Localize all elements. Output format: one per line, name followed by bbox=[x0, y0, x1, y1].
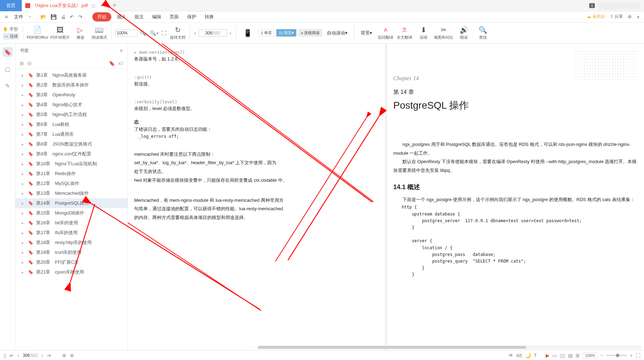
menu-icon[interactable]: ≡ bbox=[4, 13, 8, 20]
prev-page-icon[interactable]: ‹ bbox=[193, 30, 197, 37]
document-tab[interactable]: 《Nginx Lua开发实战》.pdf ▢ ✕ bbox=[22, 0, 109, 11]
detach-icon[interactable]: ▢ bbox=[90, 3, 97, 8]
bookmark-item-15[interactable]: ▸🔖第15章 MongoDB操作 bbox=[15, 208, 127, 218]
zoom-out-status-icon[interactable]: − bbox=[600, 353, 603, 358]
background-menu[interactable]: 背景▾ bbox=[358, 28, 375, 38]
zoom-in-status-icon[interactable]: + bbox=[630, 353, 633, 358]
thumbnail-rail-icon[interactable]: ▢ bbox=[3, 64, 13, 74]
select-tool[interactable]: ▭ 选择 bbox=[3, 33, 19, 40]
eye-icon[interactable]: 👁 bbox=[508, 353, 513, 358]
user-area[interactable] bbox=[598, 2, 640, 9]
bookmark-item-16[interactable]: ▸🔖第16章 bit库的使用 bbox=[15, 218, 127, 228]
bookmark-item-17[interactable]: ▸🔖第17章 lfs库的使用 bbox=[15, 228, 127, 238]
print-icon[interactable]: 🖨 bbox=[60, 13, 66, 20]
add-bookmark-icon[interactable]: 🔖 bbox=[109, 60, 115, 66]
first-page-icon[interactable]: ⇤ bbox=[10, 353, 14, 358]
page-counter[interactable]: 306/582 bbox=[23, 353, 38, 358]
ab-icon[interactable]: Ab bbox=[516, 353, 522, 358]
undo-icon[interactable]: ↶ bbox=[69, 13, 75, 20]
menu-annotate[interactable]: 批注 bbox=[132, 12, 146, 21]
crop-compare[interactable]: ✂截图和对比 bbox=[434, 26, 453, 40]
zoom-slider[interactable] bbox=[606, 355, 627, 356]
close-tab-icon[interactable]: ✕ bbox=[99, 3, 105, 8]
share-button[interactable]: ⇧ 分享 bbox=[610, 14, 623, 20]
bookmark-item-1[interactable]: ▸🔖第1章 Nginx高效服务器 bbox=[15, 70, 127, 80]
view3-icon[interactable]: ▤ bbox=[568, 353, 573, 358]
bookmark-item-12[interactable]: ▸🔖第12章 MySQL操作 bbox=[15, 179, 127, 188]
find-button[interactable]: 🔍查找 bbox=[474, 26, 491, 40]
expand-all-icon[interactable]: ⊞ bbox=[20, 60, 24, 66]
new-tab-button[interactable]: + bbox=[109, 0, 120, 11]
moon-icon[interactable]: 🌙 bbox=[525, 353, 531, 358]
open-icon[interactable]: 📂 bbox=[40, 13, 47, 20]
bookmark-item-7[interactable]: ▸🔖第7章 Lua通用库 bbox=[15, 129, 127, 139]
zoom-select[interactable]: 100% bbox=[115, 30, 138, 37]
auto-adjust[interactable]: 📱 bbox=[239, 29, 256, 37]
word-translate[interactable]: A划词翻译 bbox=[377, 26, 394, 40]
view2-icon[interactable]: ▯▯ bbox=[560, 353, 565, 358]
save-icon[interactable]: 💾 bbox=[50, 13, 57, 20]
bookmark-item-4[interactable]: ▸🔖第4章 Nginx核心技术 bbox=[15, 100, 127, 110]
full-translate[interactable]: 文全文翻译 bbox=[396, 26, 413, 40]
text-icon[interactable]: T bbox=[534, 353, 537, 358]
bookmark-rail-icon[interactable]: 🔖 bbox=[3, 47, 13, 57]
menu-edit[interactable]: 编辑 bbox=[149, 12, 164, 21]
bookmark-outline-icon[interactable]: 🏷 bbox=[118, 60, 123, 66]
zoom-in-icon[interactable]: 🔍+ bbox=[149, 30, 159, 37]
pdf-to-office[interactable]: 📄PDF转Office bbox=[27, 26, 48, 40]
fit-icon[interactable]: ⛶ bbox=[161, 30, 167, 37]
collapse-ribbon-icon[interactable]: ∧ bbox=[637, 14, 640, 19]
auto-scroll[interactable]: 自动滚动▾ bbox=[324, 28, 350, 38]
file-menu[interactable]: 文件 bbox=[11, 12, 26, 21]
prev-page-status-icon[interactable]: ‹ bbox=[18, 353, 19, 358]
bookmark-item-20[interactable]: ▸🔖第20章 FFI扩展C库 bbox=[15, 257, 127, 267]
zoom-percent[interactable]: 100% bbox=[583, 353, 597, 358]
bookmark-item-18[interactable]: ▸🔖第18章 resty.http库的使用 bbox=[15, 238, 127, 248]
hand-tool[interactable]: ✋ 手型 bbox=[3, 26, 19, 32]
play-button[interactable]: ▷播放 bbox=[72, 26, 89, 40]
last-page-icon[interactable]: ⇥ bbox=[47, 353, 51, 358]
view4-icon[interactable]: ⊞ bbox=[576, 353, 580, 358]
menu-protect[interactable]: 保护 bbox=[184, 12, 199, 21]
bookmark-item-9[interactable]: ▸🔖第9章 nginx.conf文件配置 bbox=[15, 149, 127, 159]
outline-rail-icon[interactable]: ✎ bbox=[3, 81, 13, 91]
bookmark-item-10[interactable]: ▸🔖第10章 Nginx下Lua实现机制 bbox=[15, 159, 127, 169]
redo-icon[interactable]: ↷ bbox=[78, 13, 83, 20]
bookmark-item-11[interactable]: ▸🔖第11章 Redis操作 bbox=[15, 169, 127, 179]
settings-icon[interactable]: ⚙ bbox=[628, 14, 632, 19]
view1-icon[interactable]: ▭ bbox=[552, 353, 557, 358]
notification-badge[interactable]: 1 bbox=[589, 3, 595, 8]
bookmark-item-21[interactable]: ▸🔖第21章 cjson库的使用 bbox=[15, 267, 127, 277]
continuous-read[interactable]: ≡连续阅读 bbox=[298, 29, 322, 37]
horizontal-scrollbar[interactable] bbox=[258, 345, 641, 349]
next-page-status-icon[interactable]: › bbox=[41, 353, 43, 358]
double-page-view[interactable]: ▯▯双页▾ bbox=[276, 29, 296, 37]
read-mode[interactable]: 📖阅读模式 bbox=[91, 26, 108, 40]
fullscreen-icon[interactable]: ⛶ bbox=[636, 353, 640, 358]
read-aloud[interactable]: 🔊朗读 bbox=[455, 26, 472, 40]
sidebar-toggle-icon[interactable]: ▯ bbox=[4, 353, 6, 358]
collapse-all-icon[interactable]: ⊟ bbox=[27, 60, 32, 66]
menu-page[interactable]: 页面 bbox=[167, 12, 182, 21]
zoom-out-icon[interactable]: 🔍- bbox=[139, 30, 148, 37]
page-input[interactable]: 306/582 bbox=[199, 30, 227, 37]
play-status-icon[interactable]: ▶ bbox=[546, 353, 550, 358]
pdf-to-image[interactable]: 🖼PDF转图片 bbox=[51, 26, 70, 40]
menu-insert[interactable]: 插入 bbox=[114, 12, 129, 21]
page-action-icon[interactable]: ⊕ bbox=[70, 353, 74, 358]
bookmark-item-14[interactable]: ▸🔖第14章 PostgreSQL操作 bbox=[15, 198, 127, 208]
bookmark-item-19[interactable]: ▸🔖第19章 lcurl库的使用 bbox=[15, 248, 127, 257]
home-tab[interactable]: 首页 bbox=[0, 0, 22, 11]
add-page-icon[interactable]: ⊕ bbox=[62, 353, 66, 358]
bookmark-item-6[interactable]: ▸🔖第6章 Lua教程 bbox=[15, 120, 127, 129]
bookmark-item-5[interactable]: ▸🔖第5章 Nginx的工作流程 bbox=[15, 110, 127, 120]
menu-convert[interactable]: 转换 bbox=[202, 12, 217, 21]
menu-start[interactable]: 开始 bbox=[92, 12, 111, 21]
next-page-icon[interactable]: › bbox=[229, 30, 232, 37]
page-area[interactable]: ▸ mem:version(args?) 务器版本号，如 1.2.8。 :qui… bbox=[128, 44, 644, 350]
single-page-view[interactable]: ▯单页 bbox=[258, 29, 274, 37]
rotate-button[interactable]: ↻旋转文档 bbox=[169, 26, 186, 40]
bookmark-item-8[interactable]: ▸🔖第8章 JSON数据交换格式 bbox=[15, 139, 127, 149]
sync-status[interactable]: ☁ 未同步 bbox=[587, 14, 605, 20]
bookmark-item-2[interactable]: ▸🔖第2章 数据库的基本操作 bbox=[15, 80, 127, 90]
